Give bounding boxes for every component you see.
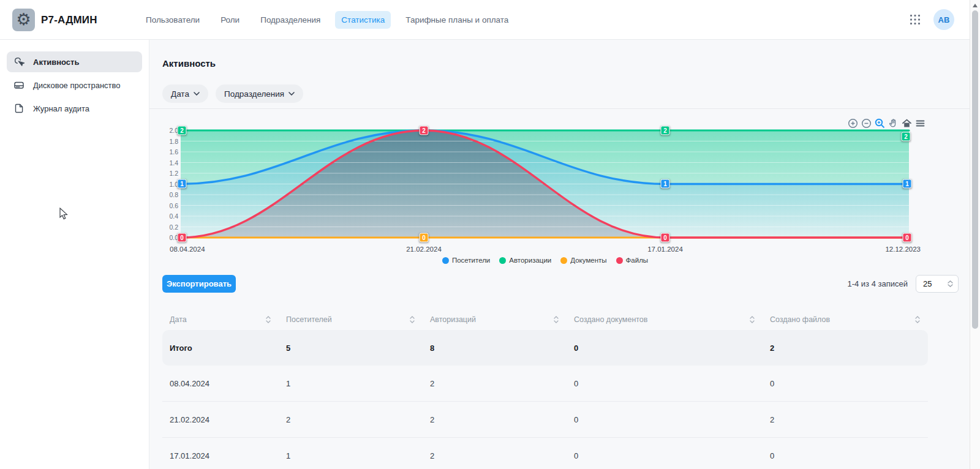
point-label: 2 — [420, 126, 429, 135]
column-header-files-created[interactable]: Создано файлов — [763, 315, 928, 324]
x-axis-label: 12.12.2023 — [885, 246, 921, 253]
chevron-down-icon — [194, 92, 200, 96]
legend-documents[interactable]: Документы — [560, 257, 606, 264]
header-actions: АВ — [909, 0, 954, 39]
filter-date[interactable]: Дата — [162, 84, 208, 103]
point-label: 0 — [903, 233, 912, 242]
app-root: ⚙ Р7-АДМИН Пользователи Роли Подразделен… — [0, 0, 980, 469]
point-label: 2 — [178, 126, 187, 135]
pagination: 1-4 из 4 записей 25 — [847, 275, 959, 293]
point-label: 0 — [661, 233, 670, 242]
x-axis-label: 21.02.2024 — [406, 246, 442, 253]
page-size-select[interactable]: 25 — [916, 275, 959, 293]
nav-statistics[interactable]: Статистика — [335, 11, 391, 29]
app-title: Р7-АДМИН — [41, 14, 97, 26]
sort-icon — [410, 316, 415, 323]
sidebar-item-disk-space[interactable]: Дисковое пространство — [7, 75, 142, 96]
point-label: 1 — [903, 179, 912, 189]
sort-icon — [915, 316, 920, 323]
point-label: 2 — [902, 132, 911, 141]
table-row-total: Итого 5 8 0 2 — [162, 330, 928, 366]
nav-tariffs[interactable]: Тарифные планы и оплата — [399, 11, 514, 29]
cursor-click-icon — [13, 56, 24, 67]
nav-roles[interactable]: Роли — [214, 11, 246, 29]
sidebar: Активность Дисковое пространство Журнал … — [0, 39, 149, 469]
chart-plot[interactable] — [162, 113, 928, 254]
scrollbar-up-arrow-icon[interactable] — [973, 4, 978, 7]
zoom-in-icon[interactable] — [847, 118, 858, 129]
activity-chart[interactable]: 2.0 1.8 1.6 1.4 1.2 1.0 0.8 0.6 0.4 0.2 … — [162, 113, 928, 255]
apps-grid-icon[interactable] — [909, 13, 921, 26]
spinner-arrows-icon[interactable] — [948, 280, 953, 287]
legend-files[interactable]: Файлы — [616, 257, 649, 264]
column-header-documents-created[interactable]: Создано документов — [567, 315, 763, 324]
legend-dot-icon — [560, 257, 567, 264]
point-label: 1 — [661, 179, 670, 189]
zoom-out-icon[interactable] — [861, 118, 872, 129]
table-header: Дата Посетителей Авторизаций Создано док… — [162, 309, 928, 330]
vertical-scrollbar[interactable] — [970, 0, 980, 469]
selection-zoom-icon[interactable] — [874, 118, 885, 129]
table-row: 21.02.2024 2 2 0 2 — [162, 401, 928, 437]
column-header-visitors[interactable]: Посетителей — [279, 315, 423, 324]
legend-dot-icon — [616, 257, 623, 264]
point-label: 2 — [661, 126, 670, 135]
table-row: 08.04.2024 1 2 0 0 — [162, 366, 928, 401]
sort-icon — [266, 316, 271, 323]
page-title: Активность — [162, 58, 216, 69]
legend-authorizations[interactable]: Авторизации — [499, 257, 551, 264]
main-content: Активность Дата Подразделения — [149, 39, 970, 469]
chart-toolbar — [847, 118, 925, 129]
scrollbar-thumb[interactable] — [972, 10, 978, 329]
sidebar-item-activity[interactable]: Активность — [7, 51, 142, 72]
reset-home-icon[interactable] — [901, 118, 912, 129]
nav-departments[interactable]: Подразделения — [254, 11, 326, 29]
main-nav: Пользователи Роли Подразделения Статисти… — [140, 0, 514, 39]
gear-logo-icon: ⚙ — [12, 9, 35, 31]
sidebar-item-label: Журнал аудита — [33, 104, 89, 113]
sidebar-item-label: Дисковое пространство — [33, 81, 121, 90]
point-label: 1 — [178, 179, 187, 189]
chart-legend: Посетители Авторизации Документы Файлы — [162, 257, 928, 264]
activity-table: Дата Посетителей Авторизаций Создано док… — [162, 309, 928, 469]
document-icon — [13, 103, 24, 114]
chevron-down-icon — [288, 92, 295, 96]
app-logo: ⚙ Р7-АДМИН — [12, 9, 97, 31]
sort-icon — [554, 316, 559, 323]
legend-dot-icon — [499, 257, 506, 264]
table-row: 17.01.2024 1 2 0 0 — [162, 437, 928, 469]
nav-users[interactable]: Пользователи — [140, 11, 206, 29]
x-axis-label: 08.04.2024 — [170, 246, 205, 253]
top-header: ⚙ Р7-АДМИН Пользователи Роли Подразделен… — [0, 0, 970, 40]
pan-hand-icon[interactable] — [888, 118, 899, 129]
column-header-date[interactable]: Дата — [162, 315, 279, 324]
storage-icon — [13, 80, 24, 91]
section-divider — [149, 108, 970, 109]
filter-departments[interactable]: Подразделения — [216, 84, 303, 103]
sidebar-item-label: Активность — [33, 58, 79, 67]
point-label: 0 — [178, 233, 187, 242]
records-summary: 1-4 из 4 записей — [847, 279, 908, 288]
x-axis-label: 17.01.2024 — [647, 246, 683, 253]
chart-menu-icon[interactable] — [914, 118, 925, 129]
point-label: 0 — [420, 233, 429, 242]
sort-icon — [750, 316, 755, 323]
export-button[interactable]: Экспортировать — [162, 275, 236, 293]
column-header-authorizations[interactable]: Авторизаций — [423, 315, 567, 324]
legend-visitors[interactable]: Посетители — [442, 257, 490, 264]
sidebar-item-audit-log[interactable]: Журнал аудита — [7, 98, 142, 119]
legend-dot-icon — [442, 257, 449, 264]
user-avatar[interactable]: АВ — [933, 9, 954, 30]
